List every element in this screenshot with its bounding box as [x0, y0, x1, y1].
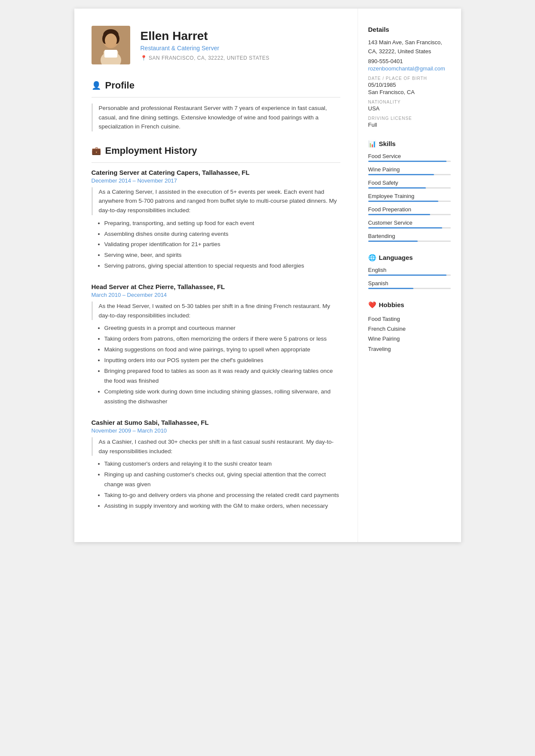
- candidate-title: Restaurant & Catering Server: [141, 45, 270, 52]
- list-item: Assembling dishes onsite during catering…: [104, 229, 340, 239]
- list-item: Making suggestions on food and wine pair…: [104, 345, 340, 355]
- profile-icon: 👤: [92, 81, 101, 90]
- employment-title: 💼 Employment History: [92, 145, 340, 156]
- job-description: As a Cashier, I cashed out 30+ checks pe…: [92, 437, 340, 456]
- profile-section: 👤 Profile Personable and professional Re…: [92, 80, 340, 131]
- skill-bar-fill: [368, 227, 443, 229]
- driving-license: Full: [368, 122, 451, 128]
- candidate-location: 📍 SAN FRANCISCO, CA, 32222, UNITED STATE…: [141, 55, 270, 61]
- list-item: Greeting guests in a prompt and courteou…: [104, 323, 340, 333]
- list-item: Validating proper identification for 21+…: [104, 240, 340, 250]
- jobs-container: Catering Server at Catering Capers, Tall…: [92, 169, 340, 511]
- skill-bar-background: [368, 214, 451, 215]
- skill-bar-background: [368, 161, 451, 162]
- languages-section: 🌐 Languages EnglishSpanish: [368, 254, 451, 289]
- skill-name: Wine Pairing: [368, 166, 451, 173]
- list-item: Serving patrons, giving special attentio…: [104, 261, 340, 271]
- hobby-item: Wine Pairing: [368, 334, 451, 344]
- skill-bar-fill: [368, 161, 446, 162]
- dob-label: DATE / PLACE OF BIRTH: [368, 76, 451, 81]
- language-name: Spanish: [368, 280, 451, 287]
- job-dates: December 2014 – November 2017: [92, 177, 340, 184]
- profile-title: 👤 Profile: [92, 80, 340, 91]
- main-column: Ellen Harret Restaurant & Catering Serve…: [74, 9, 358, 542]
- skill-item: Bartending: [368, 233, 451, 242]
- job-item: Head Server at Chez Pierre, Tallahassee,…: [92, 283, 340, 407]
- job-item: Cashier at Sumo Sabi, Tallahassee, FLNov…: [92, 419, 340, 511]
- header-section: Ellen Harret Restaurant & Catering Serve…: [92, 26, 340, 64]
- list-item: Serving wine, beer, and spirits: [104, 250, 340, 260]
- employment-divider: [92, 162, 340, 163]
- hobby-item: Traveling: [368, 344, 451, 354]
- skill-item: Food Safety: [368, 180, 451, 189]
- language-bar-fill: [368, 288, 414, 289]
- details-title: Details: [368, 26, 451, 33]
- list-item: Preparing, transporting, and setting up …: [104, 219, 340, 229]
- skill-name: Employee Training: [368, 193, 451, 199]
- employment-section: 💼 Employment History Catering Server at …: [92, 145, 340, 511]
- languages-container: EnglishSpanish: [368, 267, 451, 289]
- list-item: Assisting in supply inventory and workin…: [104, 501, 340, 511]
- languages-title: 🌐 Languages: [368, 254, 451, 262]
- svg-point-6: [105, 34, 117, 47]
- list-item: Bringing prepared food to tables as soon…: [104, 366, 340, 386]
- dob: 05/10/1985: [368, 82, 451, 88]
- job-title: Cashier at Sumo Sabi, Tallahassee, FL: [92, 419, 340, 426]
- employment-icon: 💼: [92, 146, 101, 155]
- skills-container: Food ServiceWine PairingFood SafetyEmplo…: [368, 153, 451, 242]
- skills-icon: 📊: [368, 140, 376, 148]
- profile-divider: [92, 97, 340, 98]
- hobbies-container: Food TastingFrench CuisineWine PairingTr…: [368, 314, 451, 354]
- skill-item: Employee Training: [368, 193, 451, 202]
- list-item: Inputting orders into our POS system per…: [104, 356, 340, 366]
- skill-item: Customer Service: [368, 219, 451, 229]
- skill-bar-fill: [368, 214, 430, 215]
- list-item: Taking orders from patrons, often memori…: [104, 334, 340, 344]
- list-item: Completing side work during down time in…: [104, 387, 340, 407]
- profile-text: Personable and professional Restaurant S…: [92, 104, 340, 131]
- skill-name: Food Preperation: [368, 206, 451, 213]
- language-bar-fill: [368, 274, 446, 276]
- job-title: Head Server at Chez Pierre, Tallahassee,…: [92, 283, 340, 290]
- language-name: English: [368, 267, 451, 273]
- nationality: USA: [368, 105, 451, 112]
- job-dates: November 2009 – March 2010: [92, 427, 340, 434]
- skill-bar-background: [368, 227, 451, 229]
- email: rozenboomchantal@gmail.com: [368, 65, 451, 72]
- language-item: Spanish: [368, 280, 451, 289]
- avatar: [92, 26, 130, 64]
- skill-bar-background: [368, 241, 451, 242]
- header-info: Ellen Harret Restaurant & Catering Serve…: [141, 29, 270, 61]
- job-description: As a Catering Server, I assisted in the …: [92, 187, 340, 215]
- skill-bar-background: [368, 201, 451, 202]
- hobby-item: French Cuisine: [368, 324, 451, 334]
- job-bullets: Preparing, transporting, and setting up …: [92, 219, 340, 271]
- sidebar-column: Details 143 Main Ave, San Francisco, CA,…: [358, 9, 461, 542]
- language-bar-background: [368, 288, 451, 289]
- skill-item: Food Service: [368, 153, 451, 162]
- skill-bar-fill: [368, 201, 438, 202]
- skill-bar-fill: [368, 241, 418, 242]
- job-dates: March 2010 – December 2014: [92, 292, 340, 298]
- language-item: English: [368, 267, 451, 276]
- skills-section: 📊 Skills Food ServiceWine PairingFood Sa…: [368, 140, 451, 242]
- hobbies-icon: ❤️: [368, 301, 376, 309]
- svg-rect-9: [104, 50, 117, 58]
- hobby-item: Food Tasting: [368, 314, 451, 324]
- skill-item: Food Preperation: [368, 206, 451, 215]
- job-title: Catering Server at Catering Capers, Tall…: [92, 169, 340, 176]
- hobbies-title: ❤️ Hobbies: [368, 301, 451, 309]
- skill-item: Wine Pairing: [368, 166, 451, 175]
- location-icon: 📍: [141, 55, 147, 61]
- list-item: Ringing up and cashing customer's checks…: [104, 470, 340, 490]
- skills-title: 📊 Skills: [368, 140, 451, 148]
- skill-name: Customer Service: [368, 219, 451, 226]
- skill-bar-background: [368, 174, 451, 175]
- list-item: Taking to-go and delivery orders via pho…: [104, 491, 340, 500]
- language-bar-background: [368, 274, 451, 276]
- dob-place: San Francisco, CA: [368, 89, 451, 95]
- job-bullets: Greeting guests in a prompt and courteou…: [92, 323, 340, 407]
- job-item: Catering Server at Catering Capers, Tall…: [92, 169, 340, 271]
- skill-bar-background: [368, 187, 451, 189]
- skill-bar-fill: [368, 174, 434, 175]
